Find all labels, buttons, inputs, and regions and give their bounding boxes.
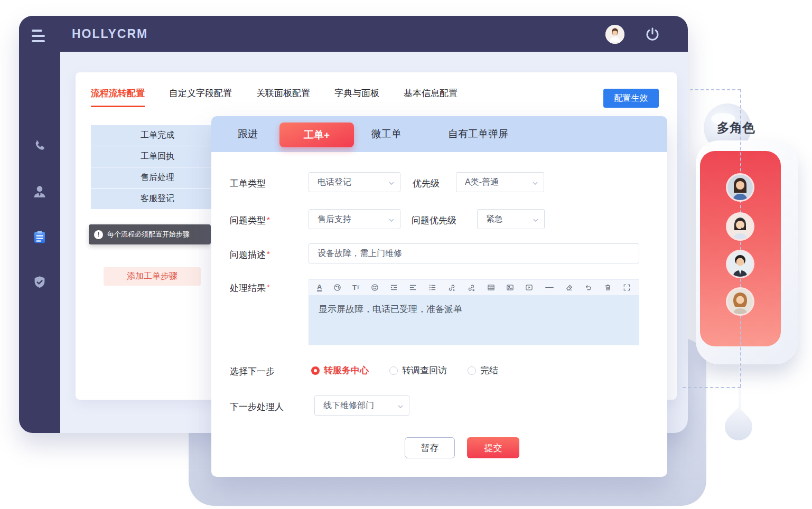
modal-tab-ticket-active[interactable]: 工单+	[279, 122, 354, 147]
save-draft-button[interactable]: 暂存	[405, 437, 455, 458]
next-handler-label: 下一步处理人	[230, 401, 284, 413]
radio-selected-icon	[311, 366, 320, 375]
issue-type-select[interactable]: 售后支持	[309, 209, 400, 229]
priority-select[interactable]: A类-普通	[456, 172, 544, 192]
issue-desc-input[interactable]	[309, 243, 639, 263]
palette-icon[interactable]	[333, 284, 341, 291]
chevron-down-icon	[397, 403, 404, 410]
role-avatar-3	[726, 250, 754, 278]
issue-priority-select[interactable]: 紧急	[477, 209, 545, 229]
indent-icon[interactable]	[390, 284, 398, 291]
chevron-down-icon	[388, 180, 395, 187]
emoji-icon[interactable]	[371, 284, 379, 291]
phone-icon[interactable]	[31, 137, 49, 155]
role-avatar-4	[726, 287, 754, 316]
exclamation-icon: !	[94, 230, 103, 239]
result-editor-body[interactable]: 显示屏故障，电话已受理，准备派单	[309, 295, 639, 345]
modal-tab-follow[interactable]: 跟进	[238, 116, 258, 152]
issue-desc-label: 问题描述	[230, 249, 270, 261]
step-row-register[interactable]: 客服登记	[91, 188, 224, 209]
link-remove-icon[interactable]	[467, 284, 475, 292]
modal-tab-own-popup[interactable]: 自有工单弹屏	[448, 116, 508, 152]
next-step-radio-group: 转服务中心 转调查回访 完结	[311, 364, 498, 376]
radio-icon	[468, 366, 476, 375]
tab-flow-config[interactable]: 流程流转配置	[91, 87, 145, 107]
fullscreen-icon[interactable]	[623, 284, 631, 291]
result-editor[interactable]: A TT 显示屏故障，电话已受理，准备派单	[309, 279, 639, 345]
tab-dictionary-panel[interactable]: 字典与面板	[334, 87, 379, 107]
shield-icon[interactable]	[31, 274, 49, 291]
table-icon[interactable]	[487, 284, 495, 291]
issue-type-label: 问题类型	[230, 214, 270, 227]
bullet-list-icon[interactable]	[428, 284, 436, 291]
eraser-icon[interactable]	[565, 284, 573, 291]
user-avatar[interactable]	[605, 25, 624, 44]
menu-burger-icon[interactable]	[32, 30, 45, 42]
result-label: 处理结果	[230, 282, 270, 294]
undo-icon[interactable]	[584, 284, 592, 291]
font-size-icon[interactable]: TT	[352, 284, 359, 291]
flow-required-tooltip: ! 每个流程必须配置开始步骤	[89, 224, 211, 244]
tab-custom-fields[interactable]: 自定义字段配置	[169, 87, 232, 107]
chevron-down-icon	[532, 216, 539, 224]
role-avatar-2	[726, 212, 754, 241]
radio-service-center[interactable]: 转服务中心	[311, 364, 369, 376]
brand-logo: HOLLYCRM	[72, 27, 148, 41]
droplet-decoration	[719, 407, 758, 446]
divider-icon[interactable]	[545, 284, 554, 291]
add-step-button[interactable]: 添加工单步骤	[104, 267, 201, 286]
chevron-down-icon	[388, 216, 395, 224]
multi-role-label: 多角色	[717, 119, 755, 136]
step-row-aftersale[interactable]: 售后处理	[91, 167, 224, 188]
modal-tab-micro-ticket[interactable]: 微工单	[371, 116, 402, 152]
next-handler-select[interactable]: 线下维修部门	[314, 395, 409, 416]
step-row-complete[interactable]: 工单完成	[91, 125, 224, 146]
editor-toolbar: A TT	[309, 279, 639, 295]
next-step-label: 选择下一步	[230, 365, 275, 378]
tab-basic-info[interactable]: 基本信息配置	[404, 87, 458, 107]
image-icon[interactable]	[506, 284, 514, 291]
radio-survey-callback[interactable]: 转调查回访	[389, 364, 447, 376]
role-avatar-1	[726, 173, 754, 202]
radio-finish[interactable]: 完结	[468, 364, 498, 376]
format-color-icon[interactable]: A	[317, 284, 322, 291]
apply-config-button[interactable]: 配置生效	[603, 89, 659, 108]
video-icon[interactable]	[525, 284, 533, 291]
worksheet-icon-active[interactable]	[31, 228, 49, 246]
link-add-icon[interactable]	[447, 284, 456, 292]
chevron-down-icon	[531, 180, 539, 187]
ticket-modal: 跟进 工单+ 微工单 自有工单弹屏 工单类型 电话登记 优先级 A类-普通 问题…	[211, 116, 667, 477]
priority-label: 优先级	[413, 177, 440, 190]
config-tab-bar: 流程流转配置 自定义字段配置 关联面板配置 字典与面板 基本信息配置	[91, 87, 458, 107]
radio-icon	[389, 366, 398, 375]
step-row-receipt[interactable]: 工单回执	[91, 146, 224, 167]
align-left-icon[interactable]	[409, 284, 417, 291]
ticket-type-select[interactable]: 电话登记	[309, 172, 400, 192]
trash-icon[interactable]	[604, 284, 612, 291]
tab-linked-panel[interactable]: 关联面板配置	[256, 87, 310, 107]
dashed-line-top	[690, 89, 741, 90]
submit-button[interactable]: 提交	[467, 437, 519, 458]
power-icon[interactable]	[645, 26, 660, 42]
dashed-line-bottom	[683, 387, 741, 388]
customer-icon[interactable]	[31, 183, 49, 201]
workflow-step-list: 工单完成 工单回执 售后处理 客服登记	[91, 125, 224, 210]
ticket-type-label: 工单类型	[230, 177, 266, 190]
issue-priority-label: 问题优先级	[412, 214, 456, 227]
